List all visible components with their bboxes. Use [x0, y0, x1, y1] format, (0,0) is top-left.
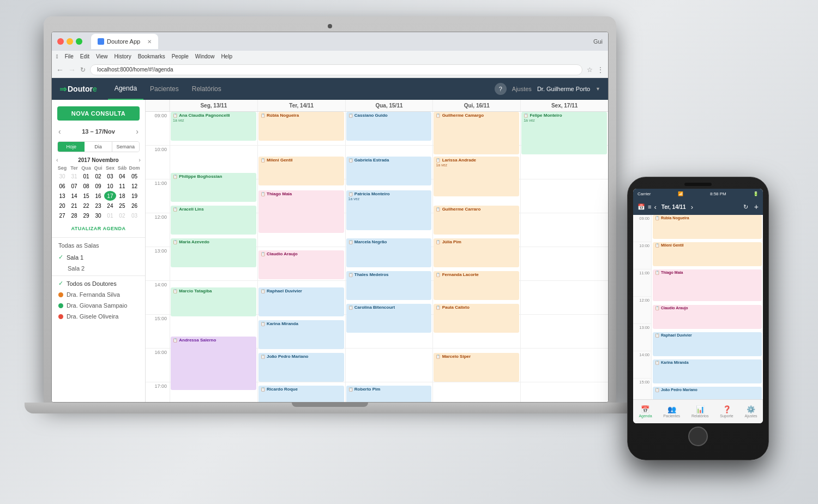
event-gabriela-estrada[interactable]: 📋 Gabriela Estrada [346, 157, 432, 185]
update-agenda-button[interactable]: ATUALIZAR AGENDA [52, 224, 145, 233]
cal-date-01[interactable]: 01 [104, 211, 116, 220]
event-júlia-pim[interactable]: 📋 Júlia Pim [434, 238, 519, 267]
event-thiago-maia[interactable]: 📋 Thiago Maia [258, 190, 344, 233]
cal-date-09[interactable]: 09 [92, 181, 104, 191]
minimize-dot[interactable] [67, 38, 73, 45]
event-karina-miranda[interactable]: 📋 Karina Miranda [258, 320, 344, 349]
phone-filter-icon[interactable]: ≡ [648, 203, 651, 210]
cal-date-24[interactable]: 24 [104, 201, 116, 211]
menu-history[interactable]: Bookmarks [138, 53, 165, 59]
event-cassiano-guido[interactable]: 📋 Cassiano Guido [346, 112, 432, 141]
event-patrícia-monteiro[interactable]: 📋 Patrícia Monteiro1a vez [346, 190, 432, 230]
sidebar-item-dra-gisele[interactable]: Dra. Gisele Oliveira [52, 311, 145, 322]
cal-date-02[interactable]: 02 [92, 171, 104, 181]
cal-date-25[interactable]: 25 [116, 201, 128, 211]
event-marcelo-siper[interactable]: 📋 Marcelo Siper [434, 353, 519, 382]
cal-date-26[interactable]: 26 [128, 201, 141, 211]
phone-nav-relatorios[interactable]: 📊 Relatórios [691, 405, 709, 418]
sidebar-item-sala2[interactable]: Sala 2 [52, 263, 145, 274]
prev-week-button[interactable]: ‹ [56, 126, 63, 137]
all-doctors-item[interactable]: ✓ Todos os Doutores [52, 278, 145, 289]
event-araceli-lins[interactable]: 📋 Araceli Lins [171, 206, 256, 235]
bookmark-icon[interactable]: ☆ [587, 66, 593, 74]
phone-nav-ajustes[interactable]: ⚙️ Ajustes [745, 405, 757, 418]
phone-nav-suporte[interactable]: ❓ Suporte [720, 405, 733, 418]
phone-refresh-icon[interactable]: ↻ [743, 203, 748, 211]
cal-date-14[interactable]: 14 [68, 191, 80, 201]
cal-date-31[interactable]: 31 [68, 171, 80, 181]
cal-date-30[interactable]: 30 [56, 171, 68, 181]
event-thales-medeiros[interactable]: 📋 Thales Medeiros [346, 271, 432, 300]
phone-event-joão-pedro-mariano[interactable]: 📋 João Pedro Mariano [653, 387, 762, 399]
cal-date-08[interactable]: 08 [80, 181, 92, 191]
cal-date-03[interactable]: 03 [128, 211, 141, 220]
cal-date-05[interactable]: 05 [128, 171, 141, 181]
phone-add-icon[interactable]: + [754, 202, 759, 211]
cal-date-21[interactable]: 21 [68, 201, 80, 211]
reload-button[interactable]: ↻ [80, 66, 86, 74]
tab-close-icon[interactable]: ✕ [147, 39, 152, 45]
help-button[interactable]: ? [495, 83, 507, 95]
event-paula-calixto[interactable]: 📋 Paula Calixto [434, 304, 519, 333]
event-guilherme-camargo[interactable]: 📋 Guilherme Camargo [434, 112, 519, 154]
event-ana-claudia-pagnoncelli[interactable]: 📋 Ana Claudia Pagnoncelli1a vez [171, 112, 256, 141]
menu-window[interactable]: Help [221, 53, 232, 59]
event-ricardo-roque[interactable]: 📋 Ricardo Roque [258, 386, 344, 403]
phone-prev-icon[interactable]: ‹ [654, 203, 656, 211]
cal-date-29[interactable]: 29 [80, 211, 92, 220]
cal-date-20[interactable]: 20 [56, 201, 68, 211]
phone-event-karina-miranda[interactable]: 📋 Karina Miranda [653, 359, 762, 383]
phone-event-thiago-maia[interactable]: 📋 Thiago Maia [653, 269, 762, 301]
cal-date-18[interactable]: 18 [116, 191, 128, 201]
event-carolina-bitencourt[interactable]: 📋 Carolina Bitencourt [346, 304, 432, 333]
event-felipe-monteiro[interactable]: 📋 Felipe Monteiro1a vez [521, 112, 607, 154]
back-button[interactable]: ← [56, 65, 64, 74]
event-marcela-negrão[interactable]: 📋 Marcela Negrão [346, 238, 432, 267]
event-claudio-araujo[interactable]: 📋 Claudio Araujo [258, 250, 344, 279]
cal-date-27[interactable]: 27 [56, 211, 68, 220]
cal-date-03[interactable]: 03 [104, 171, 116, 181]
cal-date-06[interactable]: 06 [56, 181, 68, 191]
event-marcio-tatagiba[interactable]: 📋 Marcio Tatagiba [171, 287, 256, 316]
nav-pacientes[interactable]: Pacientes [143, 78, 185, 100]
user-menu[interactable]: Dr. Guilherme Porto [537, 86, 590, 92]
nav-relatorios[interactable]: Relatórios [185, 78, 228, 100]
event-guilherme-carraro[interactable]: 📋 Guilherme Carraro [434, 206, 519, 235]
phone-home-button[interactable] [688, 427, 708, 446]
cal-date-30[interactable]: 30 [92, 211, 104, 220]
chrome-tab[interactable]: Doutore App ✕ [91, 34, 158, 49]
event-philippe-boghossian[interactable]: 📋 Philippe Boghossian [171, 173, 256, 202]
sidebar-item-dra-fernanda[interactable]: Dra. Fernanda Silva [52, 289, 145, 300]
phone-event-mileni-gentil[interactable]: 📋 Mileni Gentil [653, 242, 762, 266]
phone-event-raphael-duvivier[interactable]: 📋 Raphael Duvivier [653, 332, 762, 356]
event-rúbia-nogueira[interactable]: 📋 Rúbia Nogueira [258, 112, 344, 141]
settings-link[interactable]: Ajustes [512, 86, 532, 92]
event-roberto-pim[interactable]: 📋 Roberto Pim [346, 386, 432, 403]
next-month-button[interactable]: › [139, 157, 141, 163]
menu-apple[interactable]:  [56, 53, 58, 59]
cal-date-16[interactable]: 16 [92, 191, 104, 201]
cal-date-07[interactable]: 07 [68, 181, 80, 191]
event-joão-pedro-mariano[interactable]: 📋 João Pedro Mariano [258, 353, 344, 382]
new-appointment-button[interactable]: NOVA CONSULTA [57, 106, 140, 121]
event-larissa-andrade[interactable]: 📋 Larissa Andrade1a vez [434, 157, 519, 196]
cal-date-12[interactable]: 12 [128, 181, 141, 191]
phone-calendar-icon[interactable]: 📅 [637, 203, 645, 211]
menu-edit[interactable]: View [96, 53, 108, 59]
cal-date-04[interactable]: 04 [116, 171, 128, 181]
cal-date-17[interactable]: 17 [104, 191, 116, 201]
event-raphael-duvivier[interactable]: 📋 Raphael Duvivier [258, 287, 344, 316]
address-input[interactable]: localhost:8000/home/#!/agenda [90, 64, 582, 75]
close-dot[interactable] [57, 38, 64, 45]
event-maria-azevedo[interactable]: 📋 Maria Azevedo [171, 238, 256, 267]
nav-agenda[interactable]: Agenda [108, 78, 143, 100]
phone-event-claudio-araujo[interactable]: 📋 Claudio Araujo [653, 305, 762, 329]
next-week-button[interactable]: › [134, 126, 141, 137]
forward-button[interactable]: → [68, 65, 76, 74]
cal-date-10[interactable]: 10 [104, 181, 116, 191]
menu-chrome[interactable]: File [65, 53, 74, 59]
more-icon[interactable]: ⋮ [597, 66, 604, 74]
event-fernanda-lacorte[interactable]: 📋 Fernanda Lacorte [434, 271, 519, 300]
phone-event-rúbia-nogueira[interactable]: 📋 Rúbia Nogueira [653, 215, 762, 239]
view-tab-semana[interactable]: Semana [112, 142, 139, 152]
